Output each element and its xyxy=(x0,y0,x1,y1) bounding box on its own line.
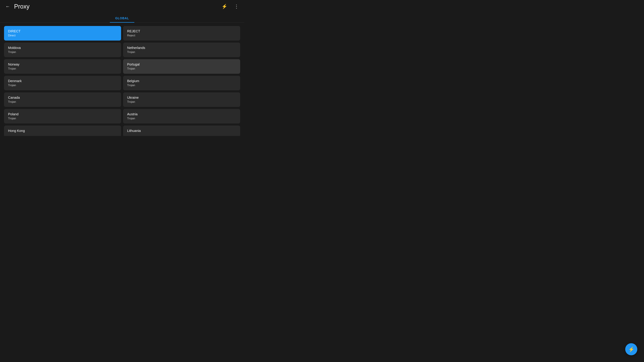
card-name: Hong Kong xyxy=(8,129,117,133)
card-type: Trojan xyxy=(8,117,117,120)
card-name: Norway xyxy=(8,62,117,66)
header-left: ← Proxy xyxy=(4,3,30,10)
proxy-card-direct[interactable]: DIRECTDirect xyxy=(4,26,121,40)
card-name: Austria xyxy=(127,112,236,116)
card-name: Poland xyxy=(8,112,117,116)
card-type: Trojan xyxy=(127,50,236,54)
proxy-card-austria[interactable]: AustriaTrojan xyxy=(123,109,240,123)
card-type: Trojan xyxy=(127,100,236,104)
card-type: Trojan xyxy=(8,67,117,70)
more-button[interactable]: ⋮ xyxy=(233,3,240,9)
card-name: Denmark xyxy=(8,79,117,83)
card-name: Netherlands xyxy=(127,46,236,50)
proxy-card-poland[interactable]: PolandTrojan xyxy=(4,109,121,123)
card-type: Trojan xyxy=(8,50,117,54)
card-type: Reject xyxy=(127,34,236,37)
proxy-card-ukraine[interactable]: UkraineTrojan xyxy=(123,92,240,107)
page-title: Proxy xyxy=(14,3,30,10)
proxy-card-moldova[interactable]: MoldovaTrojan xyxy=(4,42,121,57)
card-name: Moldova xyxy=(8,46,117,50)
content: DIRECTDirectREJECTRejectMoldovaTrojanNet… xyxy=(0,23,244,136)
proxy-card-norway[interactable]: NorwayTrojan xyxy=(4,59,121,74)
card-type: Trojan xyxy=(127,117,236,120)
proxy-card-lithuania[interactable]: Lithuania xyxy=(123,125,240,136)
proxy-grid: DIRECTDirectREJECTRejectMoldovaTrojanNet… xyxy=(4,26,240,136)
card-type: Direct xyxy=(8,34,117,37)
card-name: Lithuania xyxy=(127,129,236,133)
tab-global[interactable]: GLOBAL xyxy=(110,14,134,23)
card-type: Trojan xyxy=(8,84,117,87)
proxy-card-belgium[interactable]: BelgiumTrojan xyxy=(123,76,240,90)
card-type: Trojan xyxy=(127,84,236,87)
card-type: Trojan xyxy=(8,100,117,104)
header: ← Proxy ⚡ ⋮ xyxy=(0,0,244,13)
card-name: REJECT xyxy=(127,29,236,33)
tab-bar: GLOBAL xyxy=(0,14,244,23)
card-name: DIRECT xyxy=(8,29,117,33)
card-name: Portugal xyxy=(127,62,236,66)
card-name: Belgium xyxy=(127,79,236,83)
header-actions: ⚡ ⋮ xyxy=(220,3,240,9)
card-name: Canada xyxy=(8,96,117,99)
lightning-button[interactable]: ⚡ xyxy=(220,3,229,9)
more-icon: ⋮ xyxy=(234,4,239,9)
proxy-card-canada[interactable]: CanadaTrojan xyxy=(4,92,121,107)
proxy-card-reject[interactable]: REJECTReject xyxy=(123,26,240,40)
proxy-card-denmark[interactable]: DenmarkTrojan xyxy=(4,76,121,90)
lightning-icon: ⚡ xyxy=(222,4,228,9)
card-type: Trojan xyxy=(127,67,236,70)
proxy-card-portugal[interactable]: PortugalTrojan xyxy=(123,59,240,74)
proxy-card-netherlands[interactable]: NetherlandsTrojan xyxy=(123,42,240,57)
proxy-card-hong-kong[interactable]: Hong Kong xyxy=(4,125,121,136)
back-button[interactable]: ← xyxy=(4,3,12,9)
card-name: Ukraine xyxy=(127,96,236,99)
